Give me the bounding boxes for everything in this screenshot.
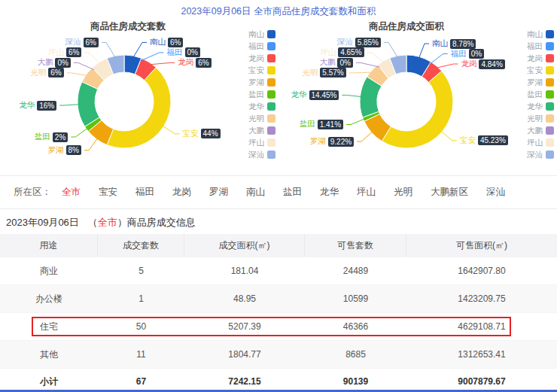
- area-donut-chart: 商品住房成交面积 南山8.78%福田0%龙岗4.84%宝安45.23%罗湖9.2…: [278, 17, 557, 175]
- table-cell: 住宅: [0, 321, 98, 333]
- charts-section: 商品住房成交套数 南山6%福田0%龙岗6%宝安44%罗湖8%盐田2%龙华16%光…: [0, 17, 557, 176]
- table-title-suffix: ）商品房成交信息: [117, 217, 196, 228]
- filter-option-大鹏新区[interactable]: 大鹏新区: [431, 186, 468, 199]
- filter-option-罗湖[interactable]: 罗湖: [209, 186, 228, 199]
- legend-item-光明[interactable]: 光明: [248, 114, 275, 123]
- legend-swatch: [546, 54, 554, 62]
- legend-item-南山[interactable]: 南山: [527, 30, 554, 39]
- legend-label: 南山: [527, 29, 543, 40]
- table-row-商业: 商业5181.04244891642907.80: [0, 257, 557, 284]
- column-header: 用途: [0, 234, 98, 257]
- table-cell: 8685: [305, 349, 406, 360]
- table-cell: 5207.39: [184, 321, 305, 332]
- table-cell: 1804.77: [184, 349, 305, 360]
- legend-label: 宝安: [248, 65, 264, 76]
- filter-option-盐田[interactable]: 盐田: [283, 186, 302, 199]
- legend-item-龙华[interactable]: 龙华: [248, 102, 275, 111]
- legend-label: 龙岗: [527, 53, 543, 64]
- table-cell: 办公楼: [0, 293, 98, 305]
- label-line-宝安: [161, 125, 180, 134]
- table-title-scope: 全市: [98, 217, 117, 228]
- filter-option-全市[interactable]: 全市: [62, 186, 81, 199]
- filter-option-龙华[interactable]: 龙华: [320, 186, 339, 199]
- area-donut-svg: [278, 17, 557, 175]
- legend-swatch: [546, 42, 554, 50]
- legend-item-光明[interactable]: 光明: [527, 114, 554, 123]
- pie-slice-宝安[interactable]: [107, 68, 171, 148]
- legend-item-深汕[interactable]: 深汕: [248, 150, 275, 160]
- legend-label: 盐田: [248, 90, 264, 100]
- legend-item-坪山[interactable]: 坪山: [248, 138, 275, 147]
- legend-item-宝安[interactable]: 宝安: [527, 66, 554, 75]
- table-header-row: 用途成交套数成交面积(㎡)可售套数可售面积(㎡): [0, 234, 557, 257]
- column-header: 可售套数: [305, 234, 406, 257]
- filter-option-龙岗[interactable]: 龙岗: [172, 186, 191, 199]
- column-header: 成交面积(㎡): [184, 234, 305, 257]
- legend-item-盐田[interactable]: 盐田: [248, 90, 275, 99]
- legend-item-宝安[interactable]: 宝安: [248, 66, 275, 75]
- legend-label: 福田: [527, 41, 543, 52]
- table-cell: 1423209.75: [406, 293, 557, 304]
- legend-label: 大鹏: [527, 126, 543, 136]
- legend-swatch: [267, 114, 275, 123]
- legend-item-龙华[interactable]: 龙华: [527, 102, 554, 111]
- legend-label: 光明: [527, 114, 543, 124]
- table-cell: 67: [98, 376, 184, 387]
- table-cell: 1642907.80: [406, 266, 557, 276]
- legend-item-南山[interactable]: 南山: [248, 30, 275, 39]
- filter-option-福田[interactable]: 福田: [135, 186, 154, 199]
- column-header: 可售面积(㎡): [406, 234, 557, 257]
- filter-option-南山[interactable]: 南山: [246, 186, 265, 199]
- table-section-title: 2023年09月06日（全市）商品房成交信息: [0, 209, 557, 234]
- legend-item-福田[interactable]: 福田: [527, 42, 554, 51]
- legend-item-福田[interactable]: 福田: [248, 42, 275, 51]
- units-donut-chart: 商品住房成交套数 南山6%福田0%龙岗6%宝安44%罗湖8%盐田2%龙华16%光…: [0, 17, 278, 175]
- legend-label: 坪山: [527, 138, 543, 148]
- table-row-住宅: 住宅505207.39463664629108.71: [0, 312, 557, 340]
- table-body: 商业5181.04244891642907.80办公楼148.951059914…: [0, 257, 557, 392]
- legend-label: 光明: [248, 114, 264, 124]
- legend-swatch: [267, 42, 275, 50]
- legend-label: 龙岗: [248, 53, 264, 64]
- page: 2023年09月06日 全市商品住房成交套数和面积 商品住房成交套数 南山6%福…: [0, 0, 557, 392]
- table-cell: 24489: [305, 266, 406, 276]
- legend-label: 大鹏: [248, 126, 264, 136]
- filter-option-坪山[interactable]: 坪山: [357, 186, 376, 199]
- table-cell: 商业: [0, 265, 98, 278]
- legend-item-坪山[interactable]: 坪山: [527, 138, 554, 147]
- table-row-办公楼: 办公楼148.95105991423209.75: [0, 284, 557, 312]
- label-line-龙岗: [435, 64, 458, 68]
- table-cell: 4629108.71: [406, 321, 557, 332]
- legend-label: 罗湖: [527, 77, 543, 88]
- legend-swatch: [546, 30, 554, 38]
- legend-swatch: [267, 126, 275, 135]
- table-cell: 9007879.67: [406, 376, 557, 387]
- units-donut-svg: [0, 17, 278, 175]
- legend-item-罗湖[interactable]: 罗湖: [248, 78, 275, 87]
- filter-option-深汕[interactable]: 深汕: [486, 186, 505, 199]
- legend-label: 龙华: [527, 102, 543, 112]
- legend-item-大鹏[interactable]: 大鹏: [527, 126, 554, 135]
- legend-item-龙岗[interactable]: 龙岗: [527, 54, 554, 63]
- table-cell: 46366: [305, 321, 406, 332]
- pie-slice-宝安[interactable]: [382, 71, 453, 148]
- legend-item-深汕[interactable]: 深汕: [527, 150, 554, 160]
- table-row-其他: 其他111804.7786851312653.41: [0, 340, 557, 368]
- legend-item-大鹏[interactable]: 大鹏: [248, 126, 275, 135]
- legend-swatch: [546, 90, 554, 99]
- legend-item-龙岗[interactable]: 龙岗: [248, 54, 275, 63]
- filter-option-宝安[interactable]: 宝安: [99, 186, 117, 199]
- table-cell: 90139: [305, 376, 406, 387]
- table-cell: 11: [98, 349, 184, 360]
- table-cell: 10599: [305, 293, 406, 304]
- legend-label: 深汕: [527, 150, 543, 160]
- legend-item-盐田[interactable]: 盐田: [527, 90, 554, 99]
- legend-label: 龙华: [248, 102, 264, 112]
- filter-option-光明[interactable]: 光明: [394, 186, 412, 199]
- legend-item-罗湖[interactable]: 罗湖: [527, 78, 554, 87]
- page-title-link[interactable]: 2023年09月06日 全市商品住房成交套数和面积: [0, 0, 557, 17]
- table-cell: 50: [98, 321, 184, 332]
- legend-label: 宝安: [527, 65, 543, 76]
- table-cell: 48.95: [184, 293, 305, 304]
- column-header: 成交套数: [98, 234, 184, 257]
